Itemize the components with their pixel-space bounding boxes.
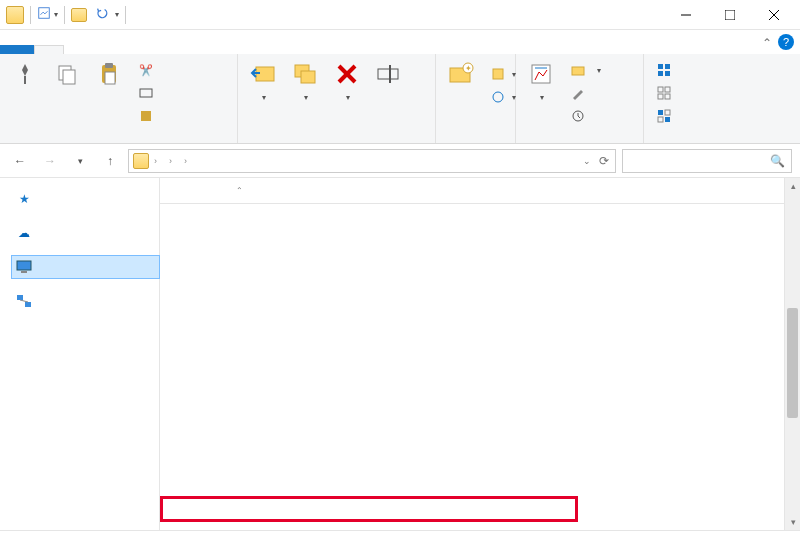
group-clipboard: ✂️ <box>0 54 238 143</box>
open-icon <box>570 62 586 78</box>
svg-rect-18 <box>378 69 398 79</box>
svg-rect-33 <box>665 87 670 92</box>
svg-rect-9 <box>105 63 113 68</box>
address-bar[interactable]: › › › ⌄ ⟳ <box>128 149 616 173</box>
svg-rect-32 <box>658 87 663 92</box>
svg-rect-40 <box>17 261 31 270</box>
refresh-icon[interactable]: ⟳ <box>599 154 609 168</box>
copy-path-button[interactable] <box>136 83 161 103</box>
qat-newfolder-icon[interactable] <box>71 8 87 22</box>
monitor-icon <box>16 259 32 275</box>
chevron-right-icon[interactable]: › <box>183 156 188 166</box>
cut-button[interactable]: ✂️ <box>136 60 161 80</box>
collapse-ribbon-icon[interactable]: ⌃ <box>762 36 772 50</box>
invert-selection-button[interactable] <box>654 106 679 126</box>
move-to-button[interactable]: ▾ <box>242 56 284 104</box>
edit-button[interactable] <box>568 83 603 103</box>
close-button[interactable] <box>752 0 796 30</box>
copy-to-button[interactable]: ▾ <box>284 56 326 104</box>
up-button[interactable]: ↑ <box>98 149 122 173</box>
select-all-button[interactable] <box>654 60 679 80</box>
svg-rect-12 <box>141 111 151 121</box>
sidebar-item-quick-access[interactable]: ★ <box>12 188 159 210</box>
divider <box>30 6 31 24</box>
content: ★ ☁ ⌃ ▴ ▾ <box>0 178 800 530</box>
rename-button[interactable] <box>368 56 410 90</box>
tab-view[interactable] <box>94 45 124 54</box>
svg-rect-41 <box>21 271 27 273</box>
sidebar-item-thispc[interactable] <box>12 256 159 278</box>
minimize-button[interactable] <box>664 0 708 30</box>
svg-rect-37 <box>665 110 670 115</box>
new-folder-icon: ✦ <box>447 60 475 88</box>
delete-icon <box>333 60 361 88</box>
qat-dropdown-icon[interactable]: ▾ <box>54 10 58 19</box>
undo-icon[interactable] <box>95 6 109 23</box>
sidebar: ★ ☁ <box>0 178 160 530</box>
highlight-box <box>160 496 578 522</box>
navbar: ← → ▾ ↑ › › › ⌄ ⟳ 🔍 <box>0 144 800 178</box>
addr-dropdown-icon[interactable]: ⌄ <box>583 156 591 166</box>
properties-button[interactable]: ▾ <box>520 56 562 104</box>
history-icon <box>570 108 586 124</box>
properties-icon <box>527 60 555 88</box>
scrollbar[interactable]: ▴ ▾ <box>784 178 800 530</box>
chevron-right-icon[interactable]: › <box>168 156 173 166</box>
copy-button[interactable] <box>46 56 88 90</box>
select-all-icon <box>656 62 672 78</box>
recent-dropdown-icon[interactable]: ▾ <box>68 149 92 173</box>
qat-properties-icon[interactable] <box>37 6 51 23</box>
scroll-up-icon[interactable]: ▴ <box>785 178 800 194</box>
col-name[interactable]: ⌃ <box>160 186 410 195</box>
tab-file[interactable] <box>0 45 34 54</box>
group-organize: ▾ ▾ ▾ <box>238 54 436 143</box>
invert-icon <box>656 108 672 124</box>
ribbon: ✂️ ▾ ▾ ▾ <box>0 54 800 144</box>
copy-icon <box>53 60 81 88</box>
pin-to-quick-access-button[interactable] <box>4 56 46 90</box>
cut-icon: ✂️ <box>138 62 154 78</box>
delete-button[interactable]: ▾ <box>326 56 368 104</box>
column-headers: ⌃ <box>160 178 800 204</box>
maximize-button[interactable] <box>708 0 752 30</box>
back-button[interactable]: ← <box>8 149 32 173</box>
select-none-icon <box>656 85 672 101</box>
open-button[interactable]: ▾ <box>568 60 603 80</box>
rename-icon <box>375 60 403 88</box>
scroll-down-icon[interactable]: ▾ <box>785 514 800 530</box>
help-icon[interactable]: ? <box>778 34 794 50</box>
ribbon-tabs: ⌃ ? <box>0 30 800 54</box>
new-item-button[interactable]: ▾ <box>488 64 518 84</box>
search-input[interactable]: 🔍 <box>622 149 792 173</box>
cloud-icon: ☁ <box>16 225 32 241</box>
qat-menu-dropdown-icon[interactable]: ▾ <box>115 10 119 19</box>
svg-rect-15 <box>301 71 315 83</box>
paste-shortcut-button[interactable] <box>136 106 161 126</box>
svg-rect-7 <box>63 70 75 84</box>
svg-rect-35 <box>665 94 670 99</box>
forward-button[interactable]: → <box>38 149 62 173</box>
edit-icon <box>570 85 586 101</box>
paste-button[interactable] <box>88 56 130 90</box>
tab-share[interactable] <box>64 45 94 54</box>
sidebar-item-onedrive[interactable]: ☁ <box>12 222 159 244</box>
paste-shortcut-icon <box>138 108 154 124</box>
new-folder-button[interactable]: ✦ <box>440 56 482 90</box>
easy-access-button[interactable]: ▾ <box>488 87 518 107</box>
file-list[interactable] <box>160 204 800 530</box>
tab-home[interactable] <box>34 45 64 54</box>
group-select <box>644 54 800 143</box>
scroll-thumb[interactable] <box>787 308 798 418</box>
svg-rect-43 <box>25 302 31 307</box>
svg-rect-29 <box>665 64 670 69</box>
main-panel: ⌃ ▴ ▾ <box>160 178 800 530</box>
app-folder-icon <box>6 6 24 24</box>
history-button[interactable] <box>568 106 603 126</box>
svg-line-44 <box>20 300 28 302</box>
select-none-button[interactable] <box>654 83 679 103</box>
star-icon: ★ <box>16 191 32 207</box>
svg-rect-36 <box>658 110 663 115</box>
chevron-right-icon[interactable]: › <box>153 156 158 166</box>
svg-rect-38 <box>658 117 663 122</box>
sidebar-item-network[interactable] <box>12 290 159 312</box>
